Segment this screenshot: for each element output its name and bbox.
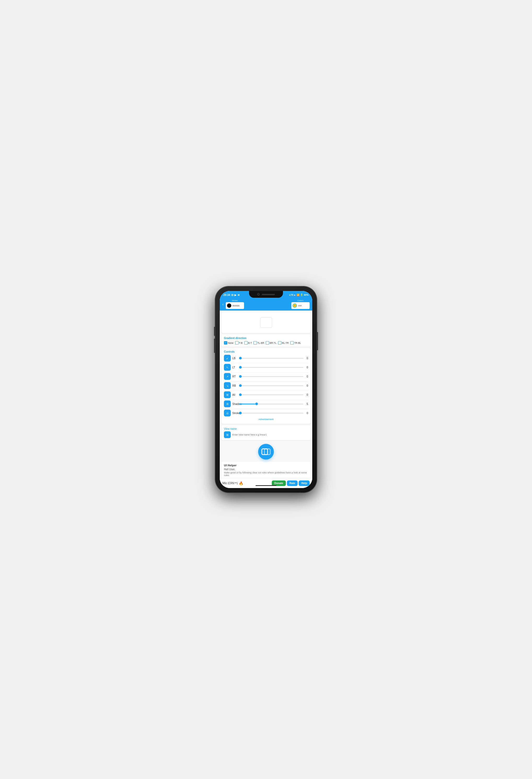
- rt-icon-button[interactable]: ↗: [224, 373, 231, 380]
- control-stroke-row: ◎ Stroke 0: [224, 410, 308, 416]
- rb-icon-button[interactable]: ↘: [224, 382, 231, 389]
- back-arrow-icon[interactable]: ‹: [222, 302, 224, 306]
- shadow-icon-button[interactable]: ⚙: [224, 401, 231, 407]
- screen: 20:34 ⊟ ▶ ≋ LTE▲ 📶 🔋 60% ‹: [220, 291, 312, 488]
- gradient-brtl[interactable]: BR-TL: [266, 341, 276, 345]
- gradient-options: None T-B B-T: [224, 341, 308, 345]
- label-bltr: BL-TR: [282, 342, 289, 344]
- lb-arrow-icon: ↙: [226, 357, 228, 360]
- gradient-tlbr[interactable]: TL-BR: [254, 341, 264, 345]
- checkbox-tb[interactable]: [235, 341, 239, 345]
- lte-icon: LTE▲: [289, 294, 296, 296]
- label-none: None: [228, 342, 234, 344]
- checkbox-tlbr[interactable]: [254, 341, 257, 345]
- checkbox-bltr[interactable]: [278, 341, 281, 345]
- label-tlbr: TL-BR: [257, 342, 264, 344]
- all-value: 0: [305, 394, 308, 396]
- volume-up-button[interactable]: [214, 327, 215, 336]
- phone-shell: 20:34 ⊟ ▶ ≋ LTE▲ 📶 🔋 60% ‹: [215, 286, 317, 493]
- helper-text: Make good UI by following clear cut rule…: [224, 471, 308, 477]
- rb-value: 0: [305, 384, 308, 387]
- gradient-bltr[interactable]: BL-TR: [278, 341, 289, 345]
- all-icon-button[interactable]: ⊞: [224, 391, 231, 398]
- gradient-bt[interactable]: B-T: [244, 341, 252, 345]
- notch: [249, 291, 283, 298]
- helper-greeting: Hell User,: [224, 468, 308, 471]
- checkbox-trbl[interactable]: [290, 341, 294, 345]
- color1-label: Color1: [297, 299, 304, 302]
- gradient-none[interactable]: None: [224, 341, 234, 345]
- control-rt-row: ↗ RT 0: [224, 373, 308, 380]
- brand-text: Milz (CRN™) 🔥: [222, 481, 243, 485]
- home-indicator[interactable]: [256, 485, 276, 486]
- lb-label: LB: [232, 357, 238, 360]
- help-button[interactable]: Help: [298, 480, 310, 486]
- color1-value: ###: [298, 305, 302, 307]
- control-rb-row: ↘ RB 0: [224, 382, 308, 389]
- status-time: 20:34: [223, 294, 230, 296]
- all-slider[interactable]: [239, 395, 304, 395]
- logo-area: [220, 440, 312, 462]
- preview-area: [221, 312, 311, 333]
- stroke-color-box[interactable]: 000000: [226, 302, 244, 309]
- stroke-circle-icon: ◎: [226, 412, 228, 415]
- viewname-input-row: ⊞: [224, 431, 308, 438]
- label-bt: B-T: [248, 342, 252, 344]
- color1-color-box[interactable]: ###: [291, 302, 310, 309]
- lb-icon-button[interactable]: ↙: [224, 355, 231, 362]
- label-tb: T-B: [239, 342, 243, 344]
- helper-section: UI Helper Hell User, Make good UI by fol…: [221, 462, 311, 478]
- helper-title: UI Helper: [224, 464, 308, 467]
- label-brtl: BR-TL: [270, 342, 276, 344]
- lb-slider[interactable]: [239, 358, 304, 359]
- battery-icon: 🔋: [300, 294, 303, 296]
- bottom-bar: Milz (CRN™) 🔥 Donate Rate Help: [220, 478, 312, 488]
- front-camera: [257, 293, 260, 296]
- lt-value: 0: [305, 366, 308, 369]
- volume-down-button[interactable]: [214, 339, 215, 353]
- advertisement-label: Advertisement: [224, 418, 308, 421]
- control-lb-row: ↙ LB 0: [224, 355, 308, 362]
- shadow-slider[interactable]: [239, 404, 304, 404]
- main-content: Gradient direction None T-B: [220, 310, 312, 478]
- rate-button[interactable]: Rate: [287, 480, 298, 486]
- stroke-icon-button[interactable]: ◎: [224, 410, 231, 416]
- rb-slider[interactable]: [239, 385, 304, 386]
- play-icon: ▶: [235, 294, 237, 296]
- controls-section: Controls ↙ LB 0: [221, 348, 311, 424]
- brand-name: Milz (CRN™): [222, 482, 238, 485]
- stroke-section: Stroke 000000: [226, 299, 244, 309]
- checkbox-bt[interactable]: [244, 341, 248, 345]
- control-lt-row: ↖ LT 0: [224, 364, 308, 371]
- control-shadow-row: ⚙ Shadow 5: [224, 401, 308, 407]
- rt-slider[interactable]: [239, 376, 304, 377]
- preview-box: [260, 317, 272, 328]
- rt-value: 0: [305, 375, 308, 378]
- stroke-color-circle: [227, 303, 231, 308]
- lt-slider[interactable]: [239, 367, 304, 368]
- label-trbl: TR-BL: [294, 342, 301, 344]
- gradient-trbl[interactable]: TR-BL: [290, 341, 301, 345]
- lt-label: LT: [232, 366, 238, 369]
- action-buttons: Donate Rate Help: [272, 480, 310, 486]
- fire-icon: 🔥: [239, 481, 243, 485]
- rt-arrow-icon: ↗: [226, 375, 228, 378]
- checkbox-brtl[interactable]: [266, 341, 269, 345]
- checkbox-none[interactable]: [224, 341, 227, 345]
- lb-value: 0: [305, 357, 308, 360]
- stroke-label: Stroke: [232, 299, 238, 302]
- status-left: 20:34 ⊟ ▶ ≋: [223, 294, 240, 296]
- rb-arrow-icon: ↘: [226, 384, 228, 387]
- stroke-label-ctrl: Stroke: [232, 412, 238, 415]
- power-button[interactable]: [317, 332, 318, 350]
- gradient-tb[interactable]: T-B: [235, 341, 243, 345]
- gradient-title: Gradient direction: [224, 337, 308, 340]
- app-header: ‹ Stroke 000000 Color1: [220, 298, 312, 310]
- shadow-gear-icon: ⚙: [226, 403, 228, 406]
- viewname-icon: ⊞: [224, 431, 231, 438]
- lt-icon-button[interactable]: ↖: [224, 364, 231, 371]
- stroke-slider[interactable]: [239, 413, 304, 414]
- screen-wrapper: 20:34 ⊟ ▶ ≋ LTE▲ 📶 🔋 60% ‹: [220, 291, 312, 488]
- status-right: LTE▲ 📶 🔋 60%: [289, 294, 309, 296]
- viewname-input[interactable]: [232, 433, 308, 436]
